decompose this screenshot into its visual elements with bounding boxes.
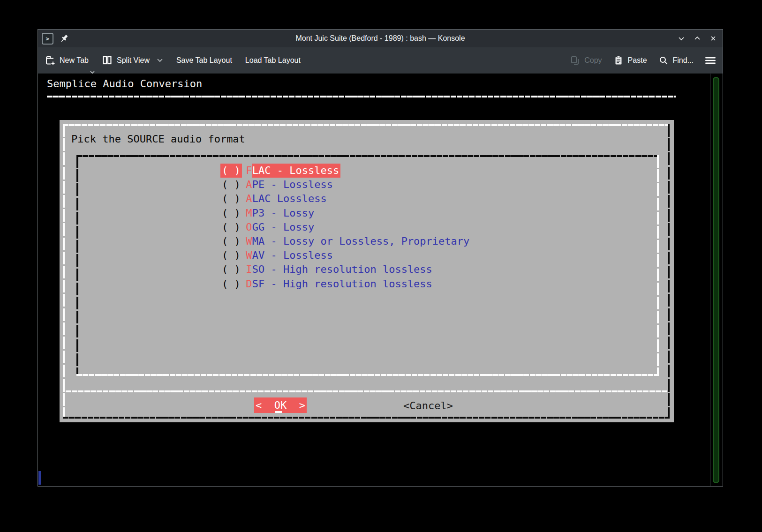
listbox-border-top	[76, 155, 659, 157]
listbox-border-right	[657, 155, 659, 376]
radio-indicator: ( )	[220, 192, 242, 206]
radio-indicator: ( )	[220, 262, 242, 277]
search-icon	[658, 55, 669, 66]
new-tab-icon	[45, 55, 55, 66]
scrollbar-track-divider	[710, 74, 710, 486]
option-label: GG - Lossy	[252, 220, 314, 234]
format-option[interactable]: ( )WMA - Lossy or Lossless, Proprietary	[220, 234, 469, 248]
maximize-button[interactable]	[693, 34, 702, 43]
option-hotkey: W	[246, 234, 252, 248]
load-tab-layout-label: Load Tab Layout	[245, 56, 301, 65]
titlebar[interactable]: > Mont Juic Suite (Bedford - 1989) : bas…	[38, 30, 723, 47]
option-hotkey: M	[246, 206, 252, 220]
option-label: LAC - Lossless	[252, 164, 340, 178]
format-option[interactable]: ( )ISO - High resolution lossless	[220, 262, 469, 277]
option-label: PE - Lossless	[252, 178, 333, 192]
find-button[interactable]: Find...	[658, 55, 694, 66]
toolbar: New Tab Split View	[38, 47, 723, 74]
load-tab-layout-button[interactable]: Load Tab Layout	[245, 56, 301, 65]
radio-indicator: ( )	[220, 277, 242, 291]
ok-button[interactable]: < OK >	[254, 397, 307, 413]
option-hotkey: D	[246, 277, 252, 291]
ok-text: OK	[274, 398, 287, 412]
save-tab-layout-label: Save Tab Layout	[176, 56, 232, 65]
dialog-title: Pick the SOURCE audio format	[71, 132, 245, 146]
copy-icon	[570, 55, 580, 66]
radio-indicator: ( )	[220, 234, 242, 248]
format-option[interactable]: ( )ALAC Lossless	[220, 192, 469, 206]
split-view-dropdown-icon[interactable]	[157, 58, 163, 62]
dialog-border-top	[63, 124, 668, 126]
option-label: SO - High resolution lossless	[252, 262, 432, 277]
option-hotkey: O	[246, 220, 252, 234]
source-format-dialog: Pick the SOURCE audio format ( )FLAC - L…	[60, 120, 674, 422]
close-button[interactable]	[709, 34, 718, 43]
paste-icon	[613, 55, 624, 66]
hamburger-icon	[705, 56, 716, 65]
cancel-button[interactable]: <Cancel>	[403, 399, 453, 413]
find-label: Find...	[673, 56, 694, 65]
split-view-button[interactable]: Split View	[102, 55, 163, 66]
option-label: LAC Lossless	[252, 192, 327, 206]
format-option[interactable]: ( )WAV - Lossless	[220, 248, 469, 262]
option-label: AV - Lossless	[252, 248, 333, 262]
minimize-button[interactable]	[677, 34, 686, 43]
konsole-window: > Mont Juic Suite (Bedford - 1989) : bas…	[38, 29, 723, 487]
paste-label: Paste	[628, 56, 647, 65]
split-view-label: Split View	[117, 56, 150, 65]
option-hotkey: W	[246, 248, 252, 262]
listbox-border-bottom	[76, 374, 659, 376]
save-tab-layout-button[interactable]: Save Tab Layout	[176, 56, 232, 65]
terminal-cursor	[38, 471, 41, 485]
ok-cursor-underscore	[275, 411, 282, 413]
option-hotkey: A	[246, 192, 252, 206]
dialog-border-bottom	[63, 417, 670, 419]
option-label: P3 - Lossy	[252, 206, 314, 220]
window-title: Mont Juic Suite (Bedford - 1989) : bash …	[38, 34, 723, 43]
format-option-list: ( )FLAC - Lossless( )APE - Lossless( )AL…	[220, 164, 469, 291]
option-label: SF - High resolution lossless	[252, 277, 432, 291]
scrollbar-thumb[interactable]	[713, 77, 719, 483]
ok-label	[262, 398, 274, 412]
option-hotkey: I	[246, 262, 252, 277]
format-option[interactable]: ( )MP3 - Lossy	[220, 206, 469, 220]
radio-indicator: ( )	[220, 178, 242, 192]
ok-spacer	[287, 398, 299, 412]
format-option[interactable]: ( )OGG - Lossy	[220, 220, 469, 234]
radio-indicator: ( )	[220, 164, 242, 178]
split-view-icon	[102, 55, 113, 66]
terminal-view[interactable]: Semplice Audio Conversion Pick the SOURC…	[38, 74, 723, 486]
radio-indicator: ( )	[220, 248, 242, 262]
format-option[interactable]: ( )APE - Lossless	[220, 178, 469, 192]
radio-indicator: ( )	[220, 206, 242, 220]
dialog-border-left	[63, 124, 65, 417]
new-tab-label: New Tab	[60, 56, 89, 65]
listbox-border-left	[76, 155, 78, 376]
new-tab-button[interactable]: New Tab	[45, 55, 89, 66]
option-hotkey: F	[246, 164, 252, 178]
paste-button[interactable]: Paste	[613, 55, 647, 66]
option-label: MA - Lossy or Lossless, Proprietary	[252, 234, 470, 248]
ok-bracket-right: >	[299, 398, 305, 412]
format-option[interactable]: ( )FLAC - Lossless	[220, 164, 469, 178]
desktop: > Mont Juic Suite (Bedford - 1989) : bas…	[0, 0, 762, 532]
heading-separator-line	[47, 96, 676, 97]
ok-bracket-left: <	[256, 398, 262, 412]
dialog-border-right	[668, 124, 670, 419]
hamburger-menu-button[interactable]	[705, 56, 716, 65]
copy-button[interactable]: Copy	[570, 55, 602, 66]
option-hotkey: A	[246, 178, 252, 192]
terminal-heading: Semplice Audio Conversion	[47, 77, 202, 91]
radio-indicator: ( )	[220, 220, 242, 234]
format-option[interactable]: ( )DSF - High resolution lossless	[220, 277, 469, 291]
button-separator-line	[66, 390, 668, 392]
copy-label: Copy	[584, 56, 602, 65]
